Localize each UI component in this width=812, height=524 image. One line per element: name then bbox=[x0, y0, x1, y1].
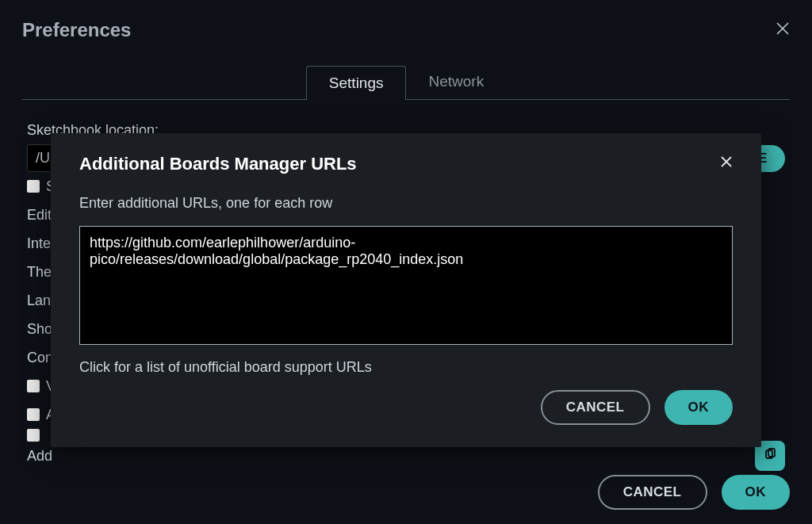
modal-title: Additional Boards Manager URLs bbox=[79, 154, 357, 174]
tab-bar: Settings Network bbox=[22, 65, 790, 100]
additional-boards-modal: Additional Boards Manager URLs Enter add… bbox=[51, 133, 761, 447]
tab-settings[interactable]: Settings bbox=[306, 66, 407, 100]
show-files-checkbox[interactable] bbox=[27, 180, 40, 193]
autosave-checkbox[interactable] bbox=[27, 429, 40, 442]
additional-label: Add bbox=[27, 442, 52, 470]
boards-urls-textarea[interactable] bbox=[79, 226, 733, 345]
tab-network[interactable]: Network bbox=[406, 65, 506, 99]
modal-close-icon[interactable] bbox=[720, 154, 733, 172]
close-icon[interactable] bbox=[776, 20, 790, 40]
modal-cancel-button[interactable]: CANCEL bbox=[541, 390, 650, 425]
modal-subtitle: Enter additional URLs, one for each row bbox=[79, 195, 733, 212]
verbose-checkbox[interactable] bbox=[27, 380, 40, 392]
prefs-ok-button[interactable]: OK bbox=[722, 475, 791, 510]
verify-checkbox[interactable] bbox=[27, 408, 40, 421]
preferences-footer: CANCEL OK bbox=[598, 475, 790, 510]
modal-ok-button[interactable]: OK bbox=[665, 390, 733, 425]
page-title: Preferences bbox=[22, 19, 131, 41]
unofficial-boards-link[interactable]: Click for a list of unofficial board sup… bbox=[79, 359, 733, 376]
prefs-cancel-button[interactable]: CANCEL bbox=[598, 475, 707, 510]
